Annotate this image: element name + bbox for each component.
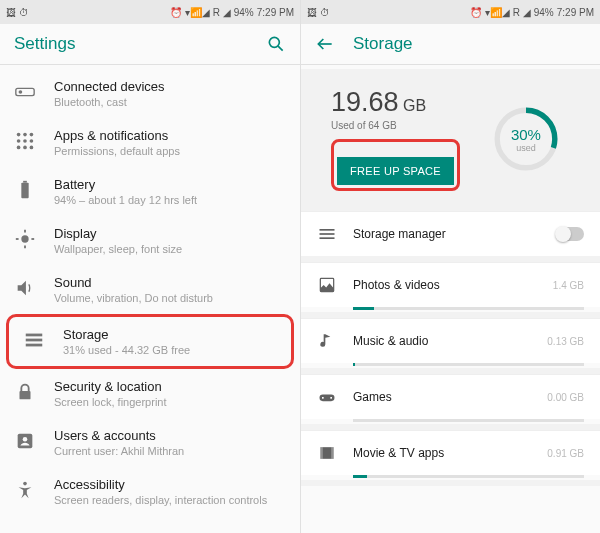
- svg-rect-31: [320, 233, 335, 235]
- game-icon: [317, 387, 337, 407]
- search-icon[interactable]: [266, 34, 286, 54]
- svg-point-0: [269, 37, 279, 47]
- svg-point-26: [23, 482, 27, 486]
- used-amount: 19.68: [331, 87, 399, 117]
- alarm-icon: ⏰: [170, 7, 182, 18]
- row-label: Sound: [54, 275, 213, 290]
- svg-rect-39: [331, 447, 334, 459]
- svg-rect-36: [330, 397, 332, 399]
- svg-rect-2: [16, 88, 34, 95]
- status-bar: 🖼 ⏱ ⏰ ▾📶◢ R ◢ 94% 7:29 PM: [0, 0, 300, 24]
- acc-icon: [14, 479, 36, 501]
- settings-row-link[interactable]: Connected devicesBluetooth, cast: [0, 69, 300, 118]
- row-subtitle: Screen readers, display, interaction con…: [54, 494, 267, 506]
- donut-pct: 30%: [511, 126, 541, 143]
- category-row-movie[interactable]: Movie & TV apps0.91 GB: [301, 430, 600, 475]
- batt-icon: [14, 179, 36, 201]
- row-subtitle: Current user: Akhil Mithran: [54, 445, 184, 457]
- free-up-space-button[interactable]: FREE UP SPACE: [337, 157, 454, 185]
- used-of: Used of 64 GB: [331, 120, 460, 131]
- row-label: Apps & notifications: [54, 128, 180, 143]
- category-value: 0.13 GB: [547, 336, 584, 347]
- svg-rect-23: [20, 391, 31, 399]
- category-row-music[interactable]: Music & audio0.13 GB: [301, 318, 600, 363]
- svg-point-7: [17, 139, 21, 143]
- storage-icon: [23, 329, 45, 351]
- status-bar: 🖼 ⏱ ⏰ ▾📶◢ R ◢ 94% 7:29 PM: [301, 0, 600, 24]
- row-label: Display: [54, 226, 182, 241]
- settings-row-lock[interactable]: Security & locationScreen lock, fingerpr…: [0, 369, 300, 418]
- category-list: Photos & videos1.4 GBMusic & audio0.13 G…: [301, 262, 600, 486]
- settings-pane: 🖼 ⏱ ⏰ ▾📶◢ R ◢ 94% 7:29 PM Settings Conne…: [0, 0, 300, 533]
- battery-pct: 94%: [534, 7, 554, 18]
- alarm-icon: ⏰: [470, 7, 482, 18]
- svg-rect-13: [21, 183, 28, 199]
- row-subtitle: Wallpaper, sleep, font size: [54, 243, 182, 255]
- row-subtitle: 31% used - 44.32 GB free: [63, 344, 190, 356]
- svg-point-5: [23, 133, 27, 137]
- svg-rect-22: [26, 344, 43, 347]
- storage-manager-toggle[interactable]: [556, 227, 584, 241]
- row-subtitle: Permissions, default apps: [54, 145, 180, 157]
- row-subtitle: Volume, vibration, Do not disturb: [54, 292, 213, 304]
- back-icon[interactable]: [315, 34, 335, 54]
- svg-point-9: [30, 139, 34, 143]
- divider: [0, 64, 300, 65]
- page-title: Storage: [353, 34, 586, 54]
- category-row-photo[interactable]: Photos & videos1.4 GB: [301, 262, 600, 307]
- svg-point-8: [23, 139, 27, 143]
- settings-row-storage[interactable]: Storage31% used - 44.32 GB free: [6, 314, 294, 369]
- category-bar: [353, 419, 584, 422]
- svg-point-3: [19, 90, 23, 94]
- row-label: Battery: [54, 177, 197, 192]
- link-icon: [14, 81, 36, 103]
- signal-icons: ▾📶◢ R ◢: [185, 7, 231, 18]
- appbar: Settings: [0, 24, 300, 64]
- category-bar: [353, 307, 584, 310]
- svg-point-11: [23, 146, 27, 150]
- svg-point-6: [30, 133, 34, 137]
- photo-icon: [317, 275, 337, 295]
- user-icon: [14, 430, 36, 452]
- svg-rect-34: [320, 395, 335, 402]
- svg-point-10: [17, 146, 21, 150]
- bright-icon: [14, 228, 36, 250]
- battery-pct: 94%: [234, 7, 254, 18]
- svg-point-12: [30, 146, 34, 150]
- settings-row-sound[interactable]: SoundVolume, vibration, Do not disturb: [0, 265, 300, 314]
- category-row-game[interactable]: Games0.00 GB: [301, 374, 600, 419]
- svg-rect-20: [26, 334, 43, 337]
- svg-point-15: [21, 235, 28, 242]
- settings-row-batt[interactable]: Battery94% – about 1 day 12 hrs left: [0, 167, 300, 216]
- category-bar: [353, 475, 584, 478]
- row-label: Storage: [63, 327, 190, 342]
- settings-row-grid[interactable]: Apps & notificationsPermissions, default…: [0, 118, 300, 167]
- lock-icon: [14, 381, 36, 403]
- usage-donut: 30%used: [490, 103, 562, 175]
- settings-row-acc[interactable]: AccessibilityScreen readers, display, in…: [0, 467, 300, 516]
- settings-list: Connected devicesBluetooth, castApps & n…: [0, 69, 300, 533]
- music-icon: [317, 331, 337, 351]
- category-label: Movie & TV apps: [353, 446, 531, 460]
- row-label: Connected devices: [54, 79, 165, 94]
- grid-icon: [14, 130, 36, 152]
- row-subtitle: Screen lock, fingerprint: [54, 396, 167, 408]
- row-subtitle: Bluetooth, cast: [54, 96, 165, 108]
- svg-point-25: [23, 437, 28, 442]
- highlight-box: FREE UP SPACE: [331, 139, 460, 191]
- svg-rect-35: [322, 397, 324, 399]
- settings-row-bright[interactable]: DisplayWallpaper, sleep, font size: [0, 216, 300, 265]
- row-label: Security & location: [54, 379, 167, 394]
- storage-manager-label: Storage manager: [353, 227, 540, 241]
- used-unit: GB: [403, 97, 426, 114]
- category-value: 0.91 GB: [547, 448, 584, 459]
- clock: 7:29 PM: [557, 7, 594, 18]
- donut-label: used: [516, 143, 536, 153]
- svg-rect-21: [26, 339, 43, 342]
- storage-manager-row[interactable]: Storage manager: [301, 211, 600, 256]
- category-label: Music & audio: [353, 334, 531, 348]
- settings-row-user[interactable]: Users & accountsCurrent user: Akhil Mith…: [0, 418, 300, 467]
- sound-icon: [14, 277, 36, 299]
- svg-point-4: [17, 133, 21, 137]
- signal-icons: ▾📶◢ R ◢: [485, 7, 531, 18]
